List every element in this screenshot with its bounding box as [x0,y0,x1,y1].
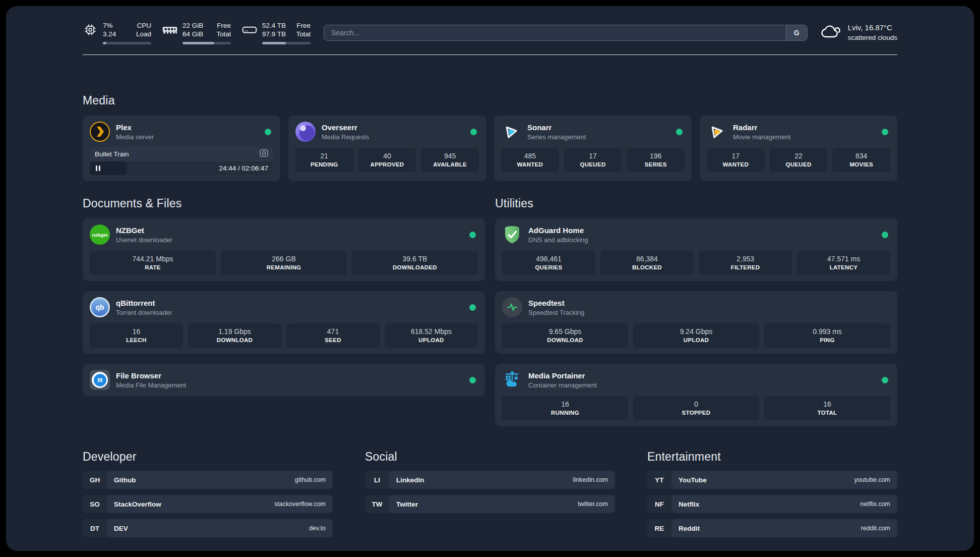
weather-widget: Lviv, 16.87°C scattered clouds [821,23,897,43]
stat-value: 834 [834,152,888,160]
app-card-nzbget: nzbget NZBGet Usenet downloader 744.21 M… [83,218,485,281]
app-name: Sonarr [527,123,586,132]
ram-free-label: Free [216,21,231,30]
sonarr-icon[interactable] [501,122,521,142]
app-name: Radarr [733,123,790,132]
cpu-chip-icon [83,23,98,37]
app-description: Media server [116,133,154,141]
app-description: Container management [528,381,597,389]
disk-total-label: Total [296,30,311,38]
cpu-percent: 7% [103,21,116,30]
qbittorrent-icon[interactable]: qb [90,297,110,317]
hard-drive-icon [242,24,257,36]
stat-stopped: 0 STOPPED [633,396,759,420]
portainer-icon[interactable] [502,370,522,390]
bookmark-url: dev.to [309,525,326,532]
stat-value: 2,953 [701,255,790,263]
scattered-clouds-icon [821,24,842,42]
stat-value: 945 [423,152,477,160]
radarr-icon[interactable] [707,122,727,142]
stat-label: LATENCY [799,264,888,270]
bookmark-abbr: DT [83,519,107,537]
section-title-social: Social [365,450,615,464]
bookmark-netflix[interactable]: NF Netflixnetflix.com [647,495,897,513]
status-dot [469,377,476,383]
session-icon[interactable] [260,149,268,159]
app-card-plex: Plex Media server Bullet Train [83,116,280,181]
bookmark-abbr: YT [647,471,671,489]
overseerr-icon[interactable] [295,122,316,142]
speedtest-icon[interactable] [502,297,522,317]
weather-location-temp: Lviv, 16.87°C [848,23,897,33]
qbittorrent-icon-text: qb [95,303,104,311]
top-bar: 7%3.24 CPULoad 22 G [83,21,897,44]
bookmark-dev[interactable]: DT DEVdev.to [83,519,333,537]
stat-ping: 0.993 ms PING [764,323,890,348]
bookmark-name: YouTube [679,476,707,484]
bookmark-url: netflix.com [860,500,890,508]
stat-queued: 22 QUEUED [770,148,828,172]
bookmark-abbr: LI [365,471,389,489]
stat-latency: 47.571 ms LATENCY [797,251,890,275]
bookmark-stackoverflow[interactable]: SO StackOverflowstackoverflow.com [83,495,333,513]
bookmark-reddit[interactable]: RE Redditreddit.com [647,519,897,537]
bookmark-name: Twitter [396,500,418,508]
bookmark-name: DEV [114,525,128,532]
stat-label: REMAINING [223,264,345,270]
stat-label: QUEUED [772,161,826,168]
stat-value: 39.6 TB [354,255,476,263]
plex-icon[interactable] [90,122,110,142]
ram-total-label: Total [216,30,231,38]
app-card-overseerr: Overseerr Media Requests 21 PENDING 40 A… [288,116,486,181]
dashboard: 7%3.24 CPULoad 22 G [6,6,974,551]
stat-value: 266 GB [223,255,345,263]
cpu-stat: 7%3.24 CPULoad [83,21,151,44]
stat-label: FILTERED [701,264,790,270]
search-engine-button[interactable]: G [786,25,807,40]
cpu-label: CPU [136,21,151,30]
app-description: DNS and adblocking [528,236,588,244]
app-name: AdGuard Home [528,226,588,235]
adguard-icon[interactable] [502,225,522,245]
stat-value: 744.21 Mbps [92,255,214,263]
stat-value: 16 [504,400,626,408]
section-title-utilities: Utilities [495,196,897,210]
stat-label: PING [766,337,888,343]
bookmark-twitter[interactable]: TW Twittertwitter.com [365,495,615,513]
bookmark-url: twitter.com [578,500,608,508]
stat-value: 196 [629,152,683,160]
cpu-load-value: 3.24 [103,30,116,38]
stat-upload: 9.24 Gbps UPLOAD [633,323,759,348]
stat-value: 16 [92,327,181,336]
status-dot [882,377,888,383]
bookmark-name: StackOverflow [114,500,161,508]
stat-available: 945 AVAILABLE [421,148,479,172]
bookmark-name: Netflix [679,500,699,508]
stat-label: WANTED [503,161,557,168]
stat-rate: 744.21 Mbps RATE [90,251,216,275]
stat-label: MOVIES [834,161,888,168]
bookmark-github[interactable]: GH Githubgithub.com [83,471,333,489]
bookmark-linkedin[interactable]: LI LinkedInlinkedin.com [365,471,615,489]
bookmark-name: Reddit [679,525,700,532]
stat-label: PENDING [297,161,351,168]
app-description: Media File Management [116,381,186,389]
nzbget-icon[interactable]: nzbget [90,225,110,245]
pause-button[interactable] [95,164,101,172]
bookmark-youtube[interactable]: YT YouTubeyoutube.com [647,471,897,489]
filebrowser-icon[interactable] [90,370,110,390]
stat-label: QUEUED [566,161,620,168]
search-input[interactable] [324,25,808,41]
ram-icon [162,25,177,35]
stat-total: 16 TOTAL [764,396,890,420]
weather-condition: scattered clouds [848,33,897,43]
stat-filtered: 2,953 FILTERED [699,251,792,275]
stat-value: 9.24 Gbps [635,327,757,336]
stat-seed: 471 SEED [286,323,380,348]
stat-label: STOPPED [635,410,757,416]
bookmark-url: reddit.com [861,525,890,532]
app-card-filebrowser: File Browser Media File Management [83,364,485,396]
bookmark-abbr: RE [647,519,671,537]
app-name: Plex [116,123,154,132]
cpu-load-label: Load [136,30,151,38]
